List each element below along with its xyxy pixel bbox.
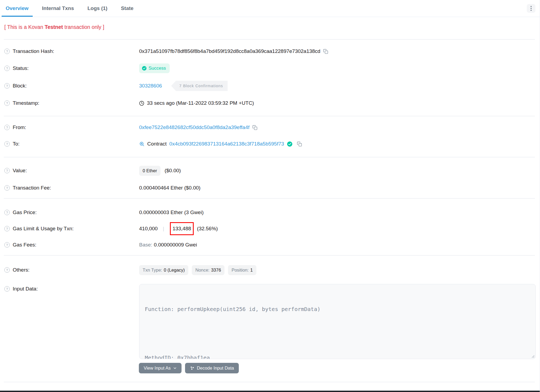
- footer-edge: [0, 391, 540, 392]
- input-function-line: Function: performUpkeep(uint256 id, byte…: [145, 305, 530, 313]
- kebab-menu-icon[interactable]: [527, 4, 535, 13]
- copy-icon[interactable]: [323, 49, 328, 54]
- help-icon: [4, 267, 10, 273]
- blank-line: [145, 329, 530, 337]
- block-confirmations-badge: 7 Block Confirmations: [171, 81, 228, 91]
- help-icon: [4, 49, 10, 54]
- input-data-box[interactable]: Function: performUpkeep(uint256 id, byte…: [139, 284, 536, 359]
- tab-logs[interactable]: Logs (1): [83, 0, 112, 17]
- divider: [4, 255, 535, 256]
- testnet-notice: [ This is a Kovan Testnet transaction on…: [4, 24, 104, 30]
- decode-icon: [190, 366, 194, 370]
- row-transaction-fee: Transaction Fee: 0.000400464 Ether ($0.0…: [0, 182, 540, 194]
- block-number-link[interactable]: 30328606: [139, 83, 162, 89]
- row-block: Block: 30328606 7 Block Confirmations: [0, 80, 540, 92]
- transaction-hash-value: 0x371a51097fb78df856f8b4a7bd459f192d8cc8…: [139, 48, 320, 54]
- row-transaction-hash: Transaction Hash: 0x371a51097fb78df856f8…: [0, 45, 540, 57]
- base-fee-label: Base:: [139, 242, 152, 248]
- tab-internal-txns[interactable]: Internal Txns: [38, 0, 78, 17]
- status-badge: Success: [139, 63, 170, 73]
- help-icon: [4, 210, 10, 215]
- transaction-fee-label: Transaction Fee:: [13, 185, 51, 191]
- copy-icon[interactable]: [252, 125, 257, 130]
- notice-prefix: [ This is a Kovan: [4, 24, 45, 30]
- usd-value: ($0.00): [165, 168, 181, 174]
- divider: [4, 382, 535, 382]
- base-fee-value: 0.000000009 Gwei: [154, 242, 197, 248]
- input-actions: View Input As Decode Input Data: [139, 363, 239, 373]
- help-icon: [4, 185, 10, 191]
- others-label: Others:: [13, 267, 29, 273]
- tab-state[interactable]: State: [117, 0, 137, 17]
- position-badge: Position:1: [228, 265, 256, 275]
- row-to: To: Contract 0x4cb093f226983713164a62138…: [0, 138, 540, 150]
- block-label: Block:: [13, 83, 27, 89]
- value-label: Value:: [13, 168, 27, 174]
- to-address-link[interactable]: 0x4cb093f226983713164a62138c3f718a5b595f…: [169, 141, 284, 147]
- zoom-in-icon[interactable]: [139, 141, 145, 147]
- resize-grip-icon[interactable]: [531, 355, 535, 358]
- row-value: Value: 0 Ether ($0.00): [0, 165, 540, 177]
- row-gas-price: Gas Price: 0.000000003 Ether (3 Gwei): [0, 207, 540, 218]
- txn-type-badge: Txn Type:0 (Legacy): [139, 265, 188, 275]
- gas-fees-label: Gas Fees:: [13, 242, 36, 248]
- notice-bold: Testnet: [45, 24, 63, 30]
- help-icon: [4, 168, 10, 173]
- tab-overview[interactable]: Overview: [2, 0, 33, 17]
- timestamp-value: 33 secs ago (Mar-11-2022 03:59:32 PM +UT…: [147, 100, 254, 106]
- copy-icon[interactable]: [297, 141, 302, 147]
- timestamp-label: Timestamp:: [13, 100, 39, 106]
- help-icon: [4, 66, 10, 71]
- help-icon: [4, 242, 10, 248]
- gas-used-value-annotated: 133,488: [170, 222, 194, 235]
- help-icon: [4, 83, 10, 89]
- transaction-details-page: Overview Internal Txns Logs (1) State [ …: [0, 0, 540, 392]
- tab-bar: Overview Internal Txns Logs (1) State: [0, 0, 540, 17]
- row-status: Status: Success: [0, 62, 540, 74]
- gas-price-value: 0.000000003 Ether (3 Gwei): [139, 209, 204, 215]
- status-label: Status:: [13, 65, 29, 71]
- row-timestamp: Timestamp: 33 secs ago (Mar-11-2022 03:5…: [0, 97, 540, 109]
- to-type-text: Contract: [147, 141, 167, 147]
- help-icon: [4, 226, 10, 231]
- help-icon: [4, 141, 10, 147]
- to-label: To:: [13, 141, 19, 147]
- row-from: From: 0xfee7522e8482682cf50ddc50a0f8da2a…: [0, 121, 540, 133]
- transaction-fee-value: 0.000400464 Ether ($0.00): [139, 185, 200, 191]
- divider: [4, 198, 535, 199]
- divider: [4, 39, 535, 40]
- row-gas-fees: Gas Fees: Base: 0.000000009 Gwei: [0, 239, 540, 251]
- from-label: From:: [13, 124, 26, 130]
- check-circle-icon: [142, 66, 147, 71]
- transaction-hash-label-group: Transaction Hash:: [4, 45, 54, 57]
- status-text: Success: [149, 66, 166, 71]
- separator: |: [163, 226, 164, 232]
- input-methodid-line: MethodID: 0x7bbaf1ea: [145, 354, 530, 359]
- help-icon: [4, 100, 10, 106]
- nonce-badge: Nonce:3376: [192, 265, 224, 275]
- row-gas-limit-usage: Gas Limit & Usage by Txn: 410,000 | 133,…: [0, 223, 540, 235]
- gas-limit-label: Gas Limit & Usage by Txn:: [13, 226, 74, 232]
- decode-input-data-button[interactable]: Decode Input Data: [185, 363, 239, 373]
- from-address-link[interactable]: 0xfee7522e8482682cf50ddc50a0f8da2a39effa…: [139, 124, 250, 130]
- divider: [4, 157, 535, 157]
- transaction-hash-label: Transaction Hash:: [13, 48, 54, 54]
- ether-value-badge: 0 Ether: [139, 166, 160, 176]
- chevron-down-icon: [173, 366, 177, 370]
- help-icon: [4, 125, 10, 130]
- verified-check-icon: [287, 141, 293, 147]
- view-input-as-button[interactable]: View Input As: [139, 363, 182, 373]
- divider: [4, 116, 535, 116]
- row-others: Others: Txn Type:0 (Legacy) Nonce:3376 P…: [0, 264, 540, 276]
- gas-limit-value: 410,000: [139, 226, 158, 232]
- clock-icon: [139, 101, 144, 106]
- input-data-label: Input Data:: [13, 286, 38, 292]
- help-icon: [4, 286, 10, 292]
- notice-suffix: transaction only ]: [63, 24, 104, 30]
- gas-used-percent: (32.56%): [197, 226, 218, 232]
- gas-price-label: Gas Price:: [13, 209, 37, 215]
